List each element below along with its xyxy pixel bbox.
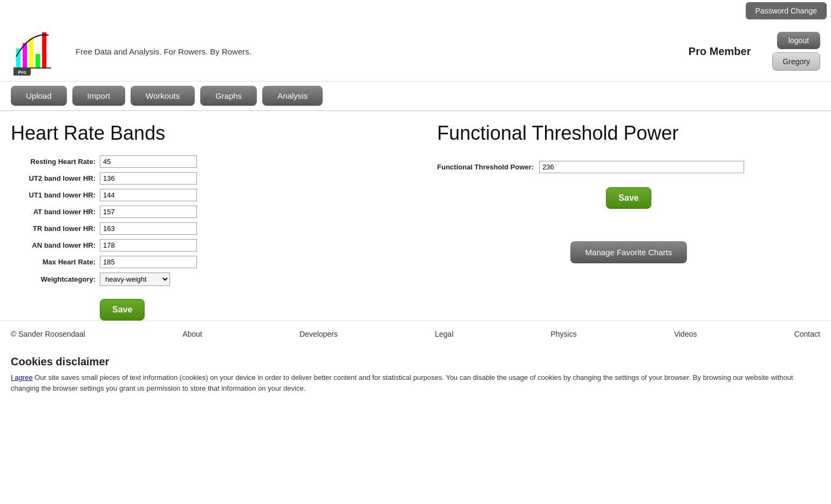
ftp-label: Functional Threshold Power: [437,163,534,171]
hrb-field-input[interactable] [100,172,197,185]
analysis-button[interactable]: Analysis [262,86,323,106]
hrb-field-input[interactable] [100,206,197,218]
hrb-save-button[interactable]: Save [100,299,145,321]
hrb-row: UT2 band lower HR: [11,172,394,185]
ftp-title: Functional Threshold Power [437,122,820,145]
cookies-body: Our site saves small pieces of text info… [11,373,793,392]
developers-link[interactable]: Developers [299,330,338,338]
footer: © Sander Roosendaal About Developers Leg… [0,321,831,347]
hrb-field-input[interactable] [100,189,197,201]
svg-rect-3 [36,54,40,68]
hrb-field-input[interactable] [100,222,197,235]
cookies-section: Cookies disclaimer I agree Our site save… [0,347,831,399]
manage-charts-wrap: Manage Favorite Charts [437,241,820,263]
copyright: © Sander Roosendaal [11,330,85,338]
hrb-field-label: AN band lower HR: [11,241,100,249]
physics-link[interactable]: Physics [550,330,576,338]
header: Pro Free Data and Analysis. For Rowers. … [0,22,831,81]
hrb-save-wrap: Save [11,290,394,321]
manage-charts-button[interactable]: Manage Favorite Charts [570,241,687,263]
svg-rect-2 [29,38,33,68]
logout-button[interactable]: logout [777,32,820,49]
upload-button[interactable]: Upload [11,86,67,106]
heart-rate-panel: Heart Rate Bands Resting Heart Rate:UT2 … [11,122,416,321]
svg-text:Pro: Pro [18,70,26,75]
pro-member-label: Pro Member [689,45,751,58]
hrb-field-label: AT band lower HR: [11,208,100,216]
hrb-field-label: TR band lower HR: [11,224,100,233]
logo-icon: Pro [11,27,59,76]
import-button[interactable]: Import [72,86,126,106]
hrb-row: AT band lower HR: [11,206,394,218]
hrb-field-label: Resting Heart Rate: [11,158,100,166]
ftp-panel: Functional Threshold Power Functional Th… [416,122,820,321]
tagline: Free Data and Analysis. For Rowers. By R… [76,47,689,56]
main-content: Heart Rate Bands Resting Heart Rate:UT2 … [0,111,831,321]
weightcategory-label: Weightcategory: [11,275,100,283]
workouts-button[interactable]: Workouts [131,86,195,106]
top-bar: Password Change [0,0,831,22]
heart-rate-title: Heart Rate Bands [11,122,394,145]
cookies-text: I agree Our site saves small pieces of t… [11,372,820,393]
contact-link[interactable]: Contact [794,330,820,338]
hrb-field-input[interactable] [100,239,197,251]
ftp-save-wrap: Save [437,179,820,209]
cookies-title: Cookies disclaimer [11,356,820,368]
about-link[interactable]: About [182,330,202,338]
weightcategory-row: Weightcategory: heavy-weight light-weigh… [11,273,394,286]
navbar: Upload Import Workouts Graphs Analysis [0,81,831,111]
weightcategory-select[interactable]: heavy-weight light-weight [100,273,170,286]
logo-area: Pro [11,27,59,76]
hrb-fields: Resting Heart Rate:UT2 band lower HR:UT1… [11,155,394,268]
hrb-row: AN band lower HR: [11,239,394,251]
hrb-field-input[interactable] [100,155,197,168]
hrb-row: TR band lower HR: [11,222,394,235]
user-button[interactable]: Gregory [772,52,820,71]
legal-link[interactable]: Legal [435,330,453,338]
password-change-button[interactable]: Password Change [746,2,827,19]
hrb-row: Max Heart Rate: [11,256,394,268]
header-actions: logout Gregory [772,32,820,71]
svg-rect-4 [42,32,46,68]
videos-link[interactable]: Videos [674,330,697,338]
hrb-field-label: Max Heart Rate: [11,258,100,266]
ftp-save-button[interactable]: Save [606,187,651,209]
ftp-form-row: Functional Threshold Power: [437,161,820,173]
i-agree-link[interactable]: I agree [11,373,32,382]
ftp-input[interactable] [539,161,744,173]
hrb-row: Resting Heart Rate: [11,155,394,168]
graphs-button[interactable]: Graphs [200,86,257,106]
hrb-field-input[interactable] [100,256,197,268]
hrb-row: UT1 band lower HR: [11,189,394,201]
hrb-field-label: UT2 band lower HR: [11,174,100,182]
hrb-field-label: UT1 band lower HR: [11,191,100,199]
